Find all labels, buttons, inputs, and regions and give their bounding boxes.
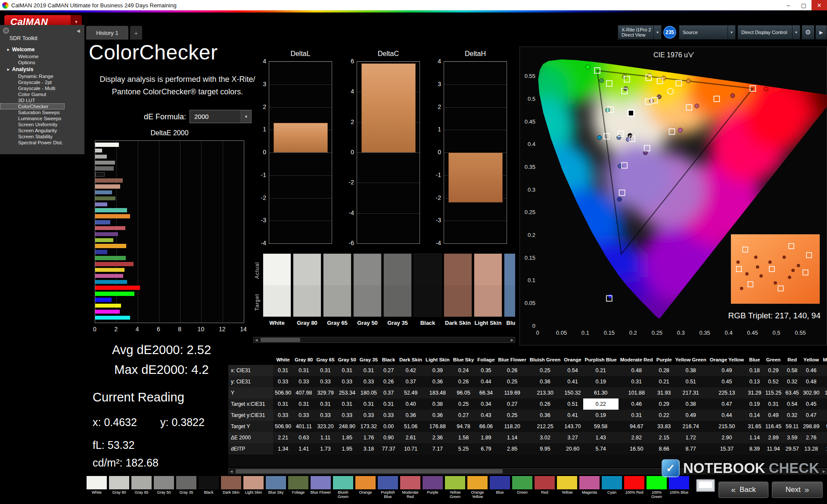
reading-count-badge[interactable]: 235 (663, 26, 676, 39)
expand-panel-button[interactable]: ▶ (815, 25, 827, 40)
maximize-button[interactable]: ▢ (796, 0, 811, 10)
table-cell: 66.34 (476, 387, 496, 398)
y-tick-label: 0 (253, 149, 266, 156)
patch-chip-blue-sky[interactable]: Blue Sky (265, 476, 286, 501)
patch-chip-gray-80[interactable]: Gray 80 (109, 476, 130, 501)
sidebar-item-options[interactable]: Options (0, 59, 84, 65)
patch-chip-orange[interactable]: Orange (355, 476, 376, 501)
patch-chip-light-skin[interactable]: Light Skin (243, 476, 264, 501)
sidebar-item-3d-lut[interactable]: 3D LUT (0, 97, 84, 103)
gridline (180, 141, 180, 323)
table-scrollbar-thumb[interactable] (236, 469, 503, 473)
sidebar-item-grayscale-2pt[interactable]: Grayscale - 2pt (0, 79, 84, 85)
close-button[interactable]: ✕ (811, 0, 827, 10)
sidebar-item-screen-angularity[interactable]: Screen Angularity (0, 128, 84, 134)
tab-history-1[interactable]: History 1 (86, 26, 128, 40)
sidebar-item-spectral-power-dist[interactable]: Spectral Power Dist. (0, 140, 84, 146)
table-cell: 3.59 (783, 432, 801, 443)
settings-gear-button[interactable]: ⚙ (802, 25, 815, 40)
de-formula-arrow-icon[interactable]: ▼ (241, 110, 251, 123)
gridline (444, 107, 507, 108)
tree-arrow-icon: ▸ (7, 67, 9, 72)
patch-chip-purple[interactable]: Purple (422, 476, 443, 501)
sidebar-tree: ▸WelcomeWelcomeOptions▸AnalysisDynamic R… (0, 46, 84, 146)
patch-chip-bluish-green[interactable]: Bluish Green (333, 476, 354, 501)
table-row: x: CIE310.310.310.310.310.310.270.420.39… (228, 365, 827, 376)
y-tick-label: 4 (428, 58, 441, 65)
sidebar-section-analysis[interactable]: ▸Analysis (0, 65, 84, 73)
table-scroll-left-icon[interactable]: ◀ (230, 469, 233, 474)
source-dropdown-arrow-icon[interactable]: ▼ (728, 25, 735, 39)
patch-chip-foliage[interactable]: Foliage (288, 476, 309, 501)
y-tick-label: 4 (253, 58, 266, 65)
next-button[interactable]: Next » (772, 482, 823, 498)
table-cell: 0.51 (562, 398, 583, 410)
y-tick-label: -1 (253, 171, 266, 178)
y-tick-label: -6 (341, 240, 354, 246)
patch-chip-100-blue[interactable]: 100% Blue (668, 476, 690, 501)
patch-chip-cyan[interactable]: Cyan (601, 476, 622, 501)
svg-text:0.15: 0.15 (604, 330, 615, 336)
table-scroll-right-icon[interactable]: ▶ (823, 469, 825, 474)
measured-point-moderate-red (695, 104, 699, 108)
sidebar-item-colorchecker[interactable]: ColorChecker (0, 103, 65, 109)
patch-chip-dark-skin[interactable]: Dark Skin (221, 476, 242, 501)
rgb-triplet-label: RGB Triplet: 217, 140, 94 (728, 311, 821, 320)
sidebar-section-welcome[interactable]: ▸Welcome (0, 46, 84, 53)
add-tab-button[interactable]: + (130, 26, 142, 40)
patch-chip-green[interactable]: Green (512, 476, 533, 501)
target-swatch (444, 285, 472, 317)
display-control-arrow-icon[interactable]: ▼ (792, 25, 800, 39)
patch-chip-100-green[interactable]: 100% Green (646, 476, 667, 501)
collapse-sidebar-icon[interactable]: ◀ (77, 28, 80, 33)
de-formula-dropdown[interactable]: 2000 ▼ (190, 110, 252, 123)
deltah-chart: DeltaH 43210-1-2-3-4 (428, 50, 508, 252)
strip-scroll-right-icon[interactable]: ▶ (511, 338, 513, 342)
source-dropdown[interactable]: Source ▼ (679, 25, 736, 40)
patch-chip-blue[interactable]: Blue (489, 476, 510, 501)
patch-chip-yellow-green[interactable]: Yellow Green (445, 476, 466, 501)
pin-button[interactable] (3, 28, 9, 34)
patch-chip-purplish-blue[interactable]: Purplish Blue (377, 476, 398, 501)
meter-dropdown[interactable]: X-Rite i1Pro 2 Direct View ▼ (618, 25, 662, 40)
sidebar-item-color-gamut[interactable]: Color Gamut (0, 91, 84, 97)
sidebar-item-saturation-sweeps[interactable]: Saturation Sweeps (0, 109, 84, 115)
patch-chip-gray-50[interactable]: Gray 50 (153, 476, 174, 501)
patch-chip-black[interactable]: Black (198, 476, 219, 501)
back-button[interactable]: « Back (718, 482, 768, 498)
svg-text:0.1: 0.1 (581, 330, 589, 336)
y-tick-label: -4 (253, 240, 266, 246)
patch-chip-label: Yellow Green (445, 490, 466, 499)
patch-chip-white[interactable]: White (86, 476, 107, 501)
sidebar-item-screen-uniformity[interactable]: Screen Uniformity (0, 121, 84, 128)
svg-text:0.55: 0.55 (525, 73, 535, 79)
patch-chip-red[interactable]: Red (534, 476, 555, 501)
patch-chip-magenta[interactable]: Magenta (579, 476, 600, 501)
table-corner (228, 355, 273, 365)
meter-dropdown-arrow-icon[interactable]: ▼ (653, 25, 661, 39)
patch-chip-gray-65[interactable]: Gray 65 (131, 476, 152, 501)
strip-scroll-left-icon[interactable]: ◀ (255, 338, 258, 342)
patch-chip-moderate-red[interactable]: Moderate Red (400, 476, 421, 501)
y-tick-label: 1 (428, 126, 441, 133)
sidebar-item-luminance-sweeps[interactable]: Luminance Sweeps (0, 115, 84, 121)
sidebar-item-dynamic-range[interactable]: Dynamic Range (0, 73, 84, 79)
strip-scrollbar-thumb[interactable] (261, 338, 300, 342)
sidebar-item-grayscale-multi[interactable]: Grayscale - Multi (0, 85, 84, 91)
patch-chip-orange-yellow[interactable]: Orange Yellow (467, 476, 488, 501)
column-header-gray-50: Gray 50 (336, 355, 358, 365)
patch-chip-100-red[interactable]: 100% Red (624, 476, 645, 501)
measured-point-orange (686, 79, 690, 83)
patch-chip-label: Blue Sky (265, 490, 286, 495)
sidebar-item-screen-stability[interactable]: Screen Stability (0, 134, 84, 140)
table-cell: 3.27 (562, 432, 583, 443)
display-control-dropdown[interactable]: Direct Display Control ▼ (737, 25, 800, 40)
sidebar-item-welcome[interactable]: Welcome (0, 53, 84, 59)
patch-chip-blue-flower[interactable]: Blue Flower (310, 476, 331, 501)
table-cell: 0.31 (619, 410, 655, 421)
strip-scrollbar[interactable]: ◀ ▶ (253, 337, 515, 343)
patch-chip-yellow[interactable]: Yellow (557, 476, 578, 501)
patch-chip-gray-35[interactable]: Gray 35 (176, 476, 197, 501)
table-row: ΔE 20002.210.631.111.851.760.902.612.361… (228, 432, 827, 443)
minimize-button[interactable]: – (780, 0, 796, 10)
